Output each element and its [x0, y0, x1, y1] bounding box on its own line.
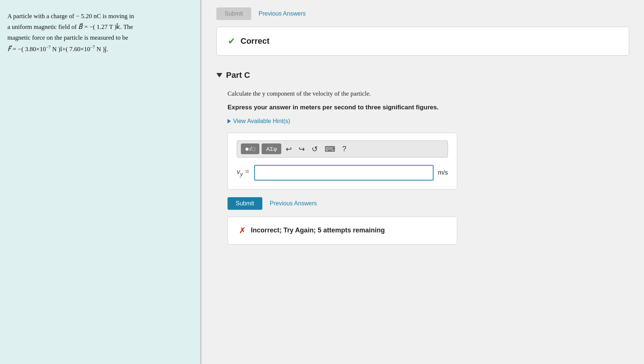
part-c-emphasis: Express your answer in meters per second… — [228, 104, 629, 111]
incorrect-x-icon: ✗ — [239, 226, 246, 235]
correct-box: ✔ Correct — [216, 27, 629, 56]
input-area-box: ■√□ ΑΣφ ↩ ↪ ↺ ⌨ ? vy = m/s — [228, 133, 457, 190]
part-c-description: Calculate the y component of the velocit… — [228, 89, 629, 99]
top-submit-row: Submit Previous Answers — [216, 7, 629, 20]
problem-text: A particle with a charge of − 5.20 nC is… — [7, 11, 193, 54]
problem-panel: A particle with a charge of − 5.20 nC is… — [0, 0, 200, 364]
unit-label: m/s — [438, 169, 448, 176]
correct-label: Correct — [240, 36, 269, 46]
bottom-submit-button[interactable]: Submit — [228, 197, 262, 210]
bottom-previous-answers-link[interactable]: Previous Answers — [270, 200, 317, 207]
bottom-submit-row: Submit Previous Answers — [228, 197, 629, 210]
redo-button[interactable]: ↪ — [296, 143, 307, 155]
incorrect-label: Incorrect; Try Again; 5 attempts remaini… — [251, 226, 385, 234]
collapse-triangle-icon[interactable] — [216, 73, 222, 77]
top-previous-answers-link[interactable]: Previous Answers — [259, 10, 306, 17]
greek-symbols-button[interactable]: ΑΣφ — [262, 143, 281, 154]
hint-triangle-icon — [228, 119, 231, 123]
reset-button[interactable]: ↺ — [309, 143, 320, 155]
part-c-title: Part C — [226, 70, 250, 80]
view-hint-link[interactable]: View Available Hint(s) — [228, 118, 629, 125]
top-submit-button[interactable]: Submit — [216, 7, 251, 20]
answer-input[interactable] — [254, 165, 434, 181]
part-c-header: Part C — [216, 70, 629, 80]
math-toolbar: ■√□ ΑΣφ ↩ ↪ ↺ ⌨ ? — [237, 140, 448, 158]
help-button[interactable]: ? — [340, 143, 348, 155]
correct-checkmark-icon: ✔ — [228, 36, 235, 46]
right-panel: Submit Previous Answers ✔ Correct Part C… — [202, 0, 644, 364]
math-template-button[interactable]: ■√□ — [241, 143, 259, 154]
equation-label: vy = — [237, 168, 250, 178]
view-hint-label: View Available Hint(s) — [233, 118, 290, 125]
undo-button[interactable]: ↩ — [283, 143, 294, 155]
incorrect-box: ✗ Incorrect; Try Again; 5 attempts remai… — [228, 216, 457, 245]
keyboard-button[interactable]: ⌨ — [322, 143, 338, 155]
part-c-body: Calculate the y component of the velocit… — [216, 89, 629, 245]
equation-row: vy = m/s — [237, 165, 448, 181]
